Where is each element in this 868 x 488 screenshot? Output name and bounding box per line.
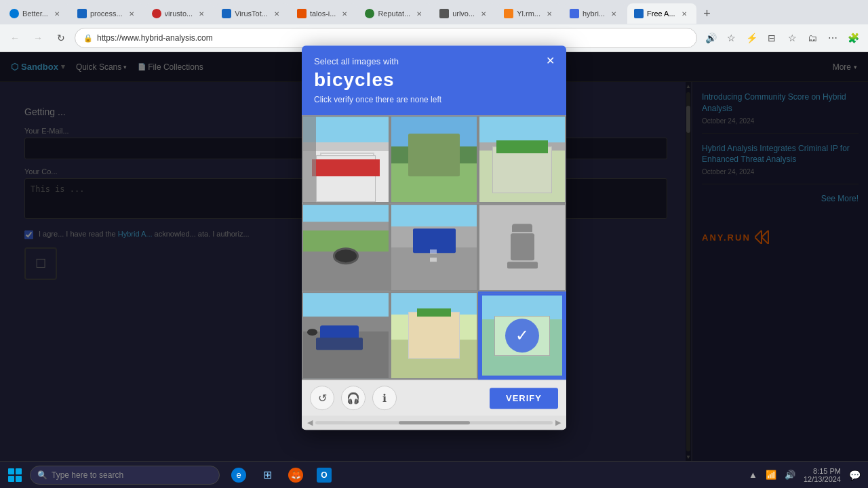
- tab-7[interactable]: urlvo... ✕: [433, 3, 496, 24]
- tab-3[interactable]: virusto... ✕: [145, 3, 214, 24]
- back-button[interactable]: ←: [5, 28, 24, 47]
- captcha-selected-check: ✓: [505, 319, 539, 352]
- captcha-image-5: [391, 205, 477, 290]
- tab-7-label: urlvo...: [452, 9, 475, 18]
- taskbar-app-firefox[interactable]: 🦊: [282, 462, 309, 489]
- captcha-image-9: ✓: [480, 293, 564, 378]
- read-aloud-button[interactable]: 🔊: [701, 28, 720, 47]
- captcha-cell-9[interactable]: ✓: [478, 291, 566, 380]
- captcha-select-text: Select all images with: [314, 56, 554, 66]
- taskbar-clock[interactable]: 8:15 PM 12/13/2024: [801, 467, 844, 483]
- captcha-scroll-track[interactable]: [315, 421, 553, 424]
- taskbar-app-edge[interactable]: e: [225, 462, 252, 489]
- tab-1-label: Better...: [22, 9, 48, 18]
- captcha-word: bicycles: [314, 69, 554, 91]
- taskbar-search[interactable]: 🔍 Type here to search: [30, 466, 220, 485]
- captcha-image-2: [391, 117, 477, 202]
- audio-icon: 🎧: [347, 392, 360, 405]
- captcha-cell-8[interactable]: [390, 291, 478, 380]
- tab-2-close[interactable]: ✕: [126, 8, 137, 19]
- tab-8[interactable]: Yl.rm... ✕: [497, 3, 561, 24]
- tab-4[interactable]: VirusTot... ✕: [215, 3, 289, 24]
- browser-essentials-button[interactable]: ⚡: [742, 28, 761, 47]
- speaker-icon[interactable]: 🔊: [782, 467, 798, 483]
- search-icon: 🔍: [37, 470, 47, 480]
- tab-2-favicon: [77, 9, 87, 18]
- captcha-cell-5[interactable]: [390, 203, 478, 291]
- captcha-dialog: Select all images with bicycles Click ve…: [302, 45, 566, 430]
- tab-8-favicon: [504, 9, 513, 18]
- split-screen-button[interactable]: ⊟: [762, 28, 781, 47]
- captcha-cell-4[interactable]: [302, 203, 390, 291]
- tab-5-favicon: [297, 9, 307, 18]
- info-icon: ℹ: [382, 392, 387, 405]
- settings-more-button[interactable]: ⋯: [823, 28, 842, 47]
- captcha-cell-1[interactable]: [302, 115, 390, 203]
- security-lock-icon: 🔒: [83, 34, 93, 43]
- tab-10[interactable]: Free A... ✕: [627, 3, 696, 24]
- captcha-scroll-left[interactable]: ◀: [307, 418, 313, 427]
- favorites-bar-button[interactable]: ☆: [783, 28, 802, 47]
- captcha-scroll-thumb[interactable]: [399, 421, 470, 424]
- forward-button[interactable]: →: [28, 28, 47, 47]
- tab-3-favicon: [152, 9, 161, 18]
- tab-7-close[interactable]: ✕: [478, 8, 489, 19]
- tab-6-close[interactable]: ✕: [414, 8, 425, 19]
- taskbar-app-taskview[interactable]: ⊞: [254, 462, 281, 489]
- tab-10-favicon: [634, 9, 644, 18]
- captcha-audio-button[interactable]: 🎧: [341, 386, 366, 410]
- clock-time: 8:15 PM: [804, 467, 841, 475]
- tab-9[interactable]: hybri... ✕: [563, 3, 626, 24]
- favorites-button[interactable]: ☆: [722, 28, 741, 47]
- tab-5-close[interactable]: ✕: [339, 8, 350, 19]
- tab-1[interactable]: Better... ✕: [3, 3, 69, 24]
- captcha-scroll-right[interactable]: ▶: [555, 418, 561, 427]
- captcha-close-button[interactable]: ✕: [542, 52, 558, 68]
- captcha-cell-7[interactable]: [302, 291, 390, 380]
- tab-10-label: Free A...: [647, 9, 675, 18]
- tab-9-favicon: [570, 9, 579, 18]
- captcha-image-6: [479, 205, 565, 290]
- captcha-refresh-button[interactable]: ↺: [310, 386, 334, 410]
- captcha-info-button[interactable]: ℹ: [372, 386, 397, 410]
- tab-4-close[interactable]: ✕: [271, 8, 282, 19]
- captcha-image-7: [303, 293, 389, 378]
- refresh-icon: ↺: [318, 392, 327, 405]
- tab-9-label: hybri...: [583, 9, 605, 18]
- taskbar-app-outlook[interactable]: O: [311, 462, 338, 489]
- tab-9-close[interactable]: ✕: [608, 8, 619, 19]
- edge-icon: e: [231, 468, 246, 483]
- tab-2[interactable]: process... ✕: [71, 3, 144, 24]
- tab-6[interactable]: Reputat... ✕: [358, 3, 431, 24]
- tab-3-close[interactable]: ✕: [196, 8, 207, 19]
- start-button[interactable]: [0, 462, 30, 489]
- tab-5-label: talos-i...: [310, 9, 336, 18]
- chevron-up-icon[interactable]: ▲: [746, 467, 760, 483]
- captcha-cell-6[interactable]: [478, 203, 566, 291]
- captcha-cell-2[interactable]: [390, 115, 478, 203]
- notification-icon: 💬: [849, 470, 861, 481]
- tab-8-close[interactable]: ✕: [544, 8, 555, 19]
- refresh-button[interactable]: ↻: [52, 28, 71, 47]
- notification-button[interactable]: 💬: [846, 467, 863, 483]
- taskbar-search-placeholder: Type here to search: [52, 470, 123, 480]
- captcha-cell-3[interactable]: [478, 115, 566, 203]
- extensions-button[interactable]: 🧩: [844, 28, 863, 47]
- browser-chrome: Better... ✕ process... ✕ virusto... ✕ Vi…: [0, 0, 868, 52]
- tab-6-label: Reputat...: [378, 9, 410, 18]
- tab-4-favicon: [222, 9, 231, 18]
- captcha-verify-button[interactable]: VERIFY: [490, 388, 558, 409]
- collections-button[interactable]: 🗂: [803, 28, 822, 47]
- captcha-image-8: [391, 293, 477, 378]
- new-tab-button[interactable]: +: [698, 4, 717, 23]
- captcha-header: Select all images with bicycles Click ve…: [302, 45, 566, 115]
- tab-bar: Better... ✕ process... ✕ virusto... ✕ Vi…: [0, 0, 868, 24]
- tab-10-close[interactable]: ✕: [679, 8, 690, 19]
- tab-1-close[interactable]: ✕: [52, 8, 62, 19]
- network-icon[interactable]: 📶: [763, 467, 779, 483]
- tab-5[interactable]: talos-i... ✕: [290, 3, 357, 24]
- firefox-icon: 🦊: [288, 468, 303, 483]
- taskbar: 🔍 Type here to search e ⊞ 🦊 O ▲ 📶 🔊 8:15…: [0, 461, 868, 488]
- toolbar-icons: 🔊 ☆ ⚡ ⊟ ☆ 🗂 ⋯ 🧩: [701, 28, 863, 47]
- tab-1-favicon: [9, 9, 19, 18]
